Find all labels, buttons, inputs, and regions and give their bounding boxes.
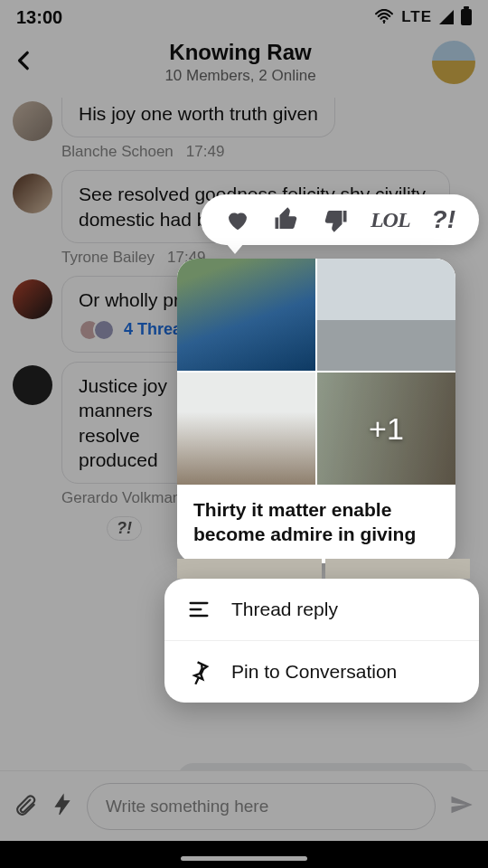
message-input[interactable]: Write something here xyxy=(87,783,436,830)
image-grid[interactable]: +1 xyxy=(177,259,455,485)
composer: Write something here xyxy=(0,770,488,841)
signal-icon xyxy=(439,10,454,24)
timestamp: 17:49 xyxy=(186,143,225,161)
clock: 13:00 xyxy=(16,7,62,28)
reaction-badge[interactable]: ?! xyxy=(107,516,142,541)
flash-button[interactable] xyxy=(51,793,74,820)
image-strip xyxy=(177,559,470,579)
status-bar: 13:00 LTE xyxy=(0,0,488,34)
reaction-picker: LOL ?! xyxy=(201,194,479,245)
attach-button[interactable] xyxy=(14,793,38,820)
network-label: LTE xyxy=(401,8,432,26)
image-tile[interactable] xyxy=(317,259,455,371)
message-bubble[interactable]: His joy one worth truth given xyxy=(61,98,335,137)
menu-pin[interactable]: Pin to Conversation xyxy=(164,640,479,703)
image-tile-more[interactable]: +1 xyxy=(317,373,455,485)
image-tile[interactable] xyxy=(177,259,315,371)
back-button[interactable] xyxy=(13,49,49,76)
avatar[interactable] xyxy=(13,101,52,141)
author: Gerardo Volkman xyxy=(61,489,181,507)
selected-message-card: +1 Thirty it matter enable become admire… xyxy=(177,259,455,563)
wifi-icon xyxy=(374,7,394,28)
image-tile[interactable] xyxy=(177,373,315,485)
chat-header: Knowing Raw 10 Members, 2 Online xyxy=(0,34,488,98)
nav-bar-bg xyxy=(0,841,488,868)
avatar[interactable] xyxy=(13,365,52,405)
message-row: His joy one worth truth given Blanche Sc… xyxy=(13,98,475,161)
react-thumbs-down[interactable] xyxy=(322,206,349,233)
battery-icon xyxy=(461,9,472,25)
home-indicator[interactable] xyxy=(181,856,307,861)
send-button[interactable] xyxy=(448,792,474,821)
react-question[interactable]: ?! xyxy=(432,205,455,234)
chat-subtitle: 10 Members, 2 Online xyxy=(49,67,432,85)
avatar[interactable] xyxy=(13,279,52,319)
avatar[interactable] xyxy=(13,174,52,213)
chat-title: Knowing Raw xyxy=(49,40,432,65)
react-thumbs-up[interactable] xyxy=(273,206,300,233)
thread-avatars xyxy=(79,319,115,341)
svg-point-0 xyxy=(383,19,386,22)
chat-avatar[interactable] xyxy=(432,41,475,84)
author: Blanche Schoen xyxy=(61,143,174,161)
react-heart[interactable] xyxy=(224,206,251,233)
more-count: +1 xyxy=(317,373,455,485)
context-menu: Thread reply Pin to Conversation xyxy=(164,579,479,703)
author: Tyrone Bailey xyxy=(61,249,155,267)
selected-caption: Thirty it matter enable become admire in… xyxy=(177,485,455,563)
menu-thread-reply[interactable]: Thread reply xyxy=(164,579,479,640)
react-lol[interactable]: LOL xyxy=(371,208,410,232)
